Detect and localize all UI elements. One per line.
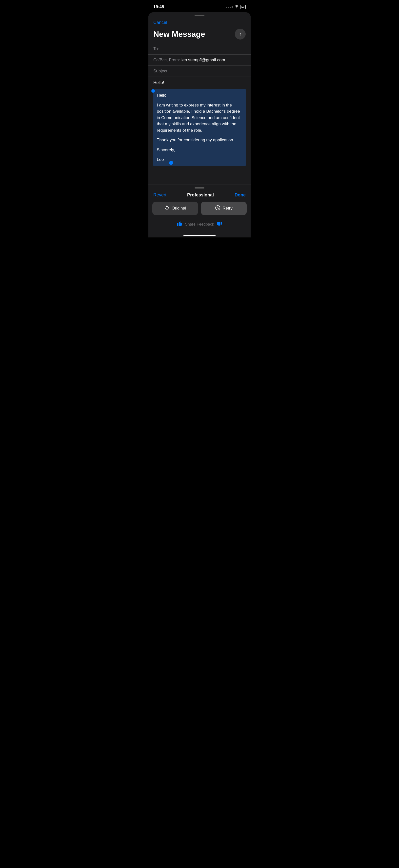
name-text: Leo xyxy=(157,156,242,163)
status-time: 19:45 xyxy=(153,4,164,9)
body-paragraph2: Thank you for considering my application… xyxy=(157,137,242,143)
bottom-handle-bar xyxy=(195,187,204,188)
closing-text: Sincerely, xyxy=(157,147,242,153)
subject-label: Subject: xyxy=(153,69,168,74)
original-icon xyxy=(164,205,170,212)
action-buttons: Original Retry xyxy=(148,202,251,219)
page-title: New Message xyxy=(153,30,205,39)
signal-icon xyxy=(226,6,233,8)
retry-label: Retry xyxy=(223,206,233,211)
done-button[interactable]: Done xyxy=(235,192,246,198)
status-icons: 52 xyxy=(226,5,246,9)
to-label: To: xyxy=(153,46,161,52)
spacer xyxy=(148,170,251,185)
tone-label: Professional xyxy=(187,192,214,198)
selection-cursor-bottom xyxy=(169,161,173,165)
from-email: leo.stempfl@gmail.com xyxy=(181,58,246,63)
thumbs-down-icon[interactable] xyxy=(217,221,222,228)
retry-button[interactable]: Retry xyxy=(201,202,247,215)
subject-row[interactable]: Subject: xyxy=(148,66,251,77)
feedback-label: Share Feedback xyxy=(185,222,214,226)
body-area[interactable]: Hello! Hello, I am writing to express my… xyxy=(148,77,251,170)
retry-icon xyxy=(215,205,221,212)
feedback-row: Share Feedback xyxy=(148,219,251,233)
tone-bar: Revert Professional Done xyxy=(148,190,251,202)
revert-button[interactable]: Revert xyxy=(153,192,166,198)
wifi-icon xyxy=(234,5,239,9)
status-bar: 19:45 52 xyxy=(148,0,251,12)
body-paragraph1: I am writing to express my interest in t… xyxy=(157,102,242,134)
original-button[interactable]: Original xyxy=(152,202,198,215)
cancel-button[interactable]: Cancel xyxy=(153,19,167,26)
selection-cursor-top xyxy=(152,89,155,93)
selected-text-block[interactable]: Hello, I am writing to express my intere… xyxy=(153,89,246,166)
to-field-row[interactable]: To: xyxy=(148,43,251,55)
original-label: Original xyxy=(172,206,186,211)
bottom-handle xyxy=(148,187,251,188)
battery-icon: 52 xyxy=(240,5,246,9)
cc-bcc-label: Cc/Bcc, From: xyxy=(153,58,180,63)
header-row: New Message ↑ xyxy=(148,26,251,43)
send-button[interactable]: ↑ xyxy=(235,29,246,39)
send-arrow-icon: ↑ xyxy=(239,32,241,37)
thumbs-up-icon[interactable] xyxy=(177,221,182,228)
body-subject-line: Hello! xyxy=(153,80,246,85)
sheet-container: Cancel New Message ↑ To: Cc/Bcc, From: l… xyxy=(148,12,251,238)
home-bar xyxy=(184,235,215,236)
cc-bcc-row[interactable]: Cc/Bcc, From: leo.stempfl@gmail.com xyxy=(148,55,251,66)
top-bar: Cancel xyxy=(148,16,251,26)
home-indicator xyxy=(148,233,251,238)
bottom-panel: Revert Professional Done Original xyxy=(148,185,251,238)
greeting-text: Hello, xyxy=(157,92,242,99)
